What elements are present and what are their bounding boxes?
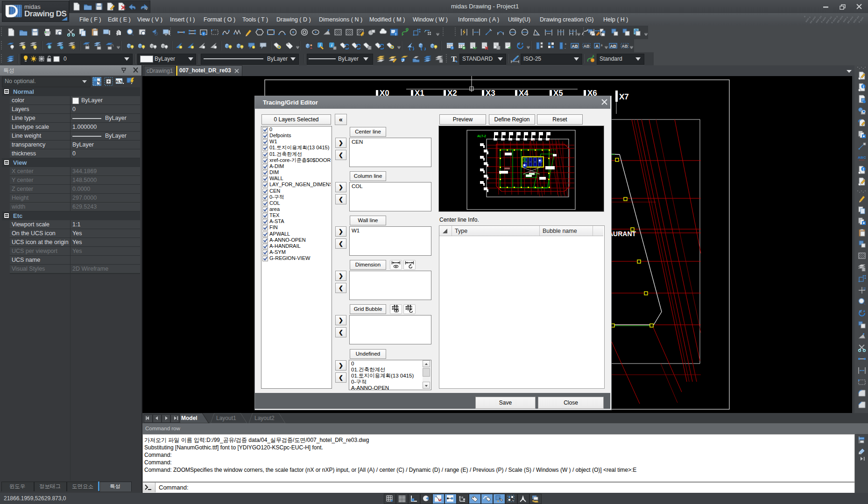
svg-text:!: ! (863, 167, 864, 171)
svg-text:T: T (451, 55, 457, 63)
svg-text:X7: X7 (619, 92, 629, 101)
svg-text:A: A (595, 44, 599, 49)
svg-text:!: ! (395, 32, 396, 36)
svg-text:!: ! (203, 32, 205, 36)
svg-text:-: - (565, 46, 566, 50)
svg-text:AB: AB (610, 44, 616, 49)
svg-text:AURANT: AURANT (608, 230, 636, 238)
svg-text:!: ! (863, 84, 864, 89)
svg-text:AB: AB (622, 44, 628, 49)
svg-text:!: ! (452, 46, 452, 49)
svg-text:AB: AB (572, 44, 578, 49)
svg-text:ALT-2: ALT-2 (477, 134, 486, 138)
svg-text:AB: AB (584, 44, 590, 49)
svg-text:ABC: ABC (858, 155, 866, 160)
svg-text:±: ± (601, 43, 603, 47)
